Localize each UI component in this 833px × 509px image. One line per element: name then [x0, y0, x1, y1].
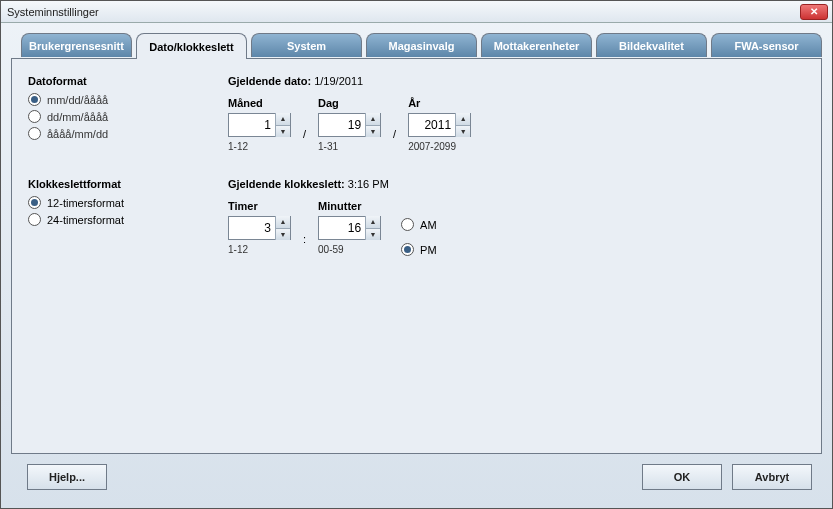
year-field: År ▲ ▼ 2007-2099: [408, 97, 471, 152]
minutes-spinner: ▲ ▼: [318, 216, 381, 240]
day-down[interactable]: ▼: [366, 126, 380, 138]
systeminnstillinger-window: Systeminnstillinger ✕ Brukergrensesnitt …: [0, 0, 833, 509]
radio-icon: [28, 110, 41, 123]
help-button[interactable]: Hjelp...: [27, 464, 107, 490]
dateformat-label: åååå/mm/dd: [47, 128, 108, 140]
time-spinners: Timer ▲ ▼ 1-12 :: [228, 200, 437, 260]
month-up[interactable]: ▲: [276, 113, 290, 126]
hours-up[interactable]: ▲: [276, 216, 290, 229]
ok-button[interactable]: OK: [642, 464, 722, 490]
tab-magasinvalg[interactable]: Magasinvalg: [366, 33, 477, 57]
time-sep: :: [299, 227, 310, 251]
radio-icon: [28, 213, 41, 226]
day-field: Dag ▲ ▼ 1-31: [318, 97, 381, 152]
minutes-down[interactable]: ▼: [366, 229, 380, 241]
current-time-group: Gjeldende klokkeslett: 3:16 PM Timer ▲ ▼: [228, 178, 437, 260]
time-section: Klokkeslettformat 12-timersformat 24-tim…: [28, 178, 805, 260]
date-section: Datoformat mm/dd/åååå dd/mm/åååå åååå/mm…: [28, 75, 805, 152]
current-time-value: 3:16 PM: [348, 178, 389, 190]
radio-icon: [28, 196, 41, 209]
current-date-label: Gjeldende dato:: [228, 75, 311, 87]
dateformat-label: mm/dd/åååå: [47, 94, 108, 106]
dateformat-label: dd/mm/åååå: [47, 111, 108, 123]
dateformat-option-mmddyyyy[interactable]: mm/dd/åååå: [28, 93, 228, 106]
minutes-input[interactable]: [319, 217, 365, 239]
date-sep-1: /: [299, 122, 310, 146]
hours-down[interactable]: ▼: [276, 229, 290, 241]
year-spinner: ▲ ▼: [408, 113, 471, 137]
ampm-group: AM PM: [401, 216, 437, 260]
year-label: År: [408, 97, 471, 109]
ampm-pm[interactable]: PM: [401, 243, 437, 256]
current-date-value: 1/19/2011: [314, 75, 363, 87]
tab-mottakerenheter[interactable]: Mottakerenheter: [481, 33, 592, 57]
day-input[interactable]: [319, 114, 365, 136]
titlebar: Systeminnstillinger ✕: [1, 1, 832, 23]
year-input[interactable]: [409, 114, 455, 136]
tab-brukergrensesnitt[interactable]: Brukergrensesnitt: [21, 33, 132, 57]
minutes-hint: 00-59: [318, 244, 381, 255]
current-time-label: Gjeldende klokkeslett:: [228, 178, 345, 190]
radio-icon: [28, 93, 41, 106]
date-sep-2: /: [389, 122, 400, 146]
tab-system[interactable]: System: [251, 33, 362, 57]
timeformat-option-24[interactable]: 24-timersformat: [28, 213, 228, 226]
content-area: Brukergrensesnitt Dato/klokkeslett Syste…: [1, 23, 832, 508]
radio-icon: [401, 243, 414, 256]
hours-label: Timer: [228, 200, 291, 212]
current-date-group: Gjeldende dato: 1/19/2011 Måned ▲ ▼: [228, 75, 471, 152]
month-down[interactable]: ▼: [276, 126, 290, 138]
time-format-group: Klokkeslettformat 12-timersformat 24-tim…: [28, 178, 228, 260]
tab-dato-klokkeslett[interactable]: Dato/klokkeslett: [136, 33, 247, 59]
radio-icon: [28, 127, 41, 140]
radio-icon: [401, 218, 414, 231]
hours-field: Timer ▲ ▼ 1-12: [228, 200, 291, 255]
hours-spinner: ▲ ▼: [228, 216, 291, 240]
year-down[interactable]: ▼: [456, 126, 470, 138]
day-spinner: ▲ ▼: [318, 113, 381, 137]
month-hint: 1-12: [228, 141, 291, 152]
year-hint: 2007-2099: [408, 141, 471, 152]
year-up[interactable]: ▲: [456, 113, 470, 126]
day-hint: 1-31: [318, 141, 381, 152]
date-spinners: Måned ▲ ▼ 1-12 /: [228, 97, 471, 152]
window-title: Systeminnstillinger: [7, 6, 800, 18]
dateformat-option-yyyymmdd[interactable]: åååå/mm/dd: [28, 127, 228, 140]
date-format-heading: Datoformat: [28, 75, 228, 87]
timeformat-label: 24-timersformat: [47, 214, 124, 226]
month-field: Måned ▲ ▼ 1-12: [228, 97, 291, 152]
pm-label: PM: [420, 244, 437, 256]
dialog-buttons: Hjelp... OK Avbryt: [11, 454, 822, 500]
dato-klokkeslett-panel: Datoformat mm/dd/åååå dd/mm/åååå åååå/mm…: [11, 58, 822, 454]
month-label: Måned: [228, 97, 291, 109]
ampm-am[interactable]: AM: [401, 218, 437, 231]
day-up[interactable]: ▲: [366, 113, 380, 126]
tab-fwa-sensor[interactable]: FWA-sensor: [711, 33, 822, 57]
time-format-heading: Klokkeslettformat: [28, 178, 228, 190]
tab-bar: Brukergrensesnitt Dato/klokkeslett Syste…: [11, 33, 822, 59]
month-spinner: ▲ ▼: [228, 113, 291, 137]
cancel-button[interactable]: Avbryt: [732, 464, 812, 490]
month-input[interactable]: [229, 114, 275, 136]
minutes-field: Minutter ▲ ▼ 00-59: [318, 200, 381, 255]
hours-hint: 1-12: [228, 244, 291, 255]
hours-input[interactable]: [229, 217, 275, 239]
am-label: AM: [420, 219, 437, 231]
close-icon: ✕: [810, 6, 818, 17]
timeformat-label: 12-timersformat: [47, 197, 124, 209]
minutes-label: Minutter: [318, 200, 381, 212]
date-format-group: Datoformat mm/dd/åååå dd/mm/åååå åååå/mm…: [28, 75, 228, 152]
close-button[interactable]: ✕: [800, 4, 828, 20]
timeformat-option-12[interactable]: 12-timersformat: [28, 196, 228, 209]
dateformat-option-ddmmyyyy[interactable]: dd/mm/åååå: [28, 110, 228, 123]
tab-bildekvalitet[interactable]: Bildekvalitet: [596, 33, 707, 57]
day-label: Dag: [318, 97, 381, 109]
minutes-up[interactable]: ▲: [366, 216, 380, 229]
